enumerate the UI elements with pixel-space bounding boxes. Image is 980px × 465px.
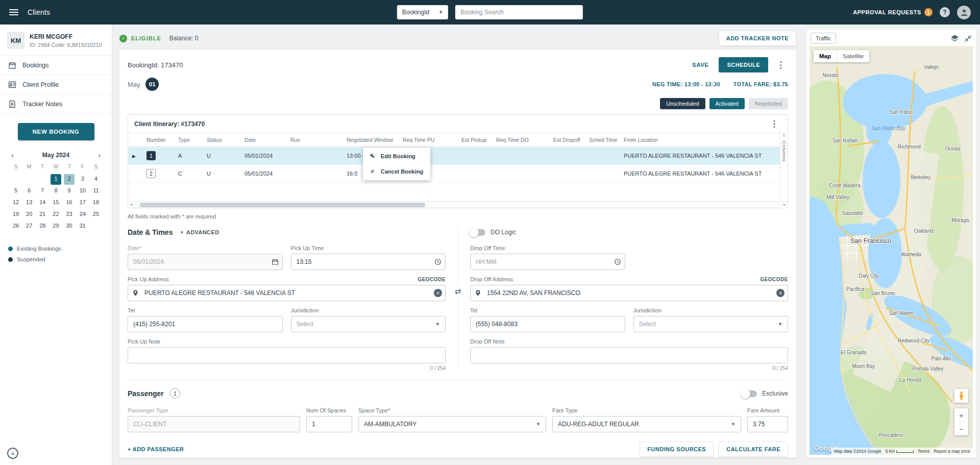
calendar-day-20[interactable]: 20 (24, 209, 35, 220)
sidebar-item-tracker-notes[interactable]: Tracker Notes (0, 94, 112, 114)
clear-pickup-address-icon[interactable]: ✕ (434, 289, 442, 297)
calendar-day-6[interactable]: 6 (24, 186, 35, 197)
calendar-day-2[interactable]: 2 (64, 174, 75, 185)
funding-sources-button[interactable]: FUNDING SOURCES (640, 442, 714, 457)
pickup-note-input[interactable] (128, 347, 446, 363)
calendar-next-icon[interactable]: › (96, 151, 103, 159)
calendar-day-16[interactable]: 16 (64, 198, 75, 208)
zoom-in-button[interactable]: + (954, 408, 968, 422)
calendar-day-24[interactable]: 24 (77, 209, 88, 220)
terms-link[interactable]: Terms (918, 449, 929, 454)
schedule-button[interactable]: SCHEDULE (719, 57, 768, 72)
calendar-day-22[interactable]: 22 (51, 209, 61, 220)
sidebar-collapse-icon[interactable]: « (7, 448, 18, 459)
calendar-day-26[interactable]: 26 (11, 221, 21, 232)
calendar-day-10[interactable]: 10 (77, 186, 88, 197)
horizontal-scrollbar[interactable]: ◂ ▸ (128, 201, 788, 208)
new-booking-button[interactable]: NEW BOOKING (18, 123, 94, 140)
clock-icon[interactable] (434, 258, 442, 265)
pickup-time-input[interactable] (291, 254, 446, 270)
dropoff-time-input[interactable] (470, 254, 625, 270)
cancel-booking-menu-item[interactable]: × Cancel Booking (363, 164, 430, 179)
scrollbar-thumb[interactable] (140, 203, 426, 207)
column-header-date[interactable]: Date (240, 133, 286, 147)
map-canvas[interactable]: NovatoVallejoSan PabloSan Pablo BaySan R… (810, 46, 973, 455)
date-input[interactable] (128, 254, 283, 270)
calendar-prev-icon[interactable]: ‹ (9, 151, 16, 159)
sidebar-item-client-profile[interactable]: Client Profile (0, 75, 112, 94)
sidebar-item-bookings[interactable]: Bookings (0, 56, 112, 75)
pickup-geocode-button[interactable]: GEOCODE (418, 277, 446, 282)
calendar-day-7[interactable]: 7 (37, 186, 48, 197)
calendar-day-29[interactable]: 29 (51, 221, 61, 232)
column-header-req-time-do[interactable]: Req Time DO (492, 133, 549, 147)
pegman-icon[interactable] (954, 389, 968, 403)
pickup-address-input[interactable] (128, 285, 446, 301)
advanced-toggle[interactable]: ▼ ADVANCED (180, 229, 219, 235)
num-spaces-input[interactable] (306, 416, 352, 432)
collapse-map-icon[interactable] (964, 35, 972, 42)
pickup-jurisdiction-select[interactable]: Select ▼ (291, 316, 446, 332)
approval-requests-button[interactable]: APPROVAL REQUESTS 1 (853, 8, 933, 16)
traffic-button[interactable]: Traffic (811, 33, 836, 44)
calculate-fare-button[interactable]: CALCULATE FARE (719, 442, 788, 457)
user-avatar[interactable] (957, 6, 971, 19)
calendar-day-13[interactable]: 13 (24, 198, 35, 208)
column-header-sched-time[interactable]: Sched Time (585, 133, 620, 147)
add-passenger-button[interactable]: + ADD PASSENGER (128, 446, 184, 452)
itinerary-row[interactable]: ▶1AU05/01/202413:00 - 13:3013:15PUERTO A… (128, 147, 788, 165)
column-header-from-location[interactable]: From Location (620, 133, 788, 147)
calendar-day-3[interactable]: 3 (77, 174, 88, 185)
dropoff-geocode-button[interactable]: GEOCODE (760, 277, 788, 282)
calendar-day-8[interactable]: 8 (51, 186, 61, 197)
calendar-day-25[interactable]: 25 (90, 209, 101, 220)
calendar-day-4[interactable]: 4 (90, 174, 101, 185)
calendar-day-14[interactable]: 14 (37, 198, 48, 208)
columns-panel-toggle[interactable]: ⠿ Columns (780, 130, 788, 201)
layers-icon[interactable] (950, 34, 959, 43)
itinerary-row[interactable]: 2CU05/01/202416:0PUERTO ALEGRE RESTAURAN… (128, 165, 788, 183)
do-logic-toggle[interactable] (470, 229, 485, 236)
dropoff-jurisdiction-select[interactable]: Select ▼ (633, 316, 789, 332)
calendar-day-1[interactable]: 1 (51, 174, 61, 185)
calendar-day-12[interactable]: 12 (11, 198, 21, 208)
column-header-type[interactable]: Type (174, 133, 203, 147)
map-view-button[interactable]: Map (814, 50, 837, 62)
report-error-link[interactable]: Report a map error (934, 449, 970, 454)
calendar-day-18[interactable]: 18 (90, 198, 101, 208)
booking-search-input[interactable] (455, 5, 583, 19)
dropoff-tel-input[interactable] (470, 316, 625, 332)
booking-kebab-icon[interactable]: ⋮ (773, 60, 788, 70)
column-header-status[interactable]: Status (203, 133, 240, 147)
exclusive-toggle[interactable] (742, 390, 757, 397)
row-expander-icon[interactable]: ▶ (132, 154, 136, 159)
passenger-type-input[interactable] (128, 416, 300, 432)
save-button[interactable]: SAVE (687, 57, 714, 72)
menu-icon[interactable] (9, 9, 18, 15)
fare-type-select[interactable]: ADU-REG-ADULT REGULAR ▼ (552, 416, 741, 432)
pickup-tel-input[interactable] (128, 316, 283, 332)
satellite-view-button[interactable]: Satellite (837, 50, 869, 62)
fare-amount-input[interactable] (747, 416, 788, 432)
calendar-day-21[interactable]: 21 (37, 209, 48, 220)
edit-booking-menu-item[interactable]: ✎ Edit Booking (363, 149, 430, 164)
zoom-out-button[interactable]: − (954, 422, 968, 435)
search-category-dropdown[interactable]: BookingId ▼ (397, 5, 448, 19)
itinerary-kebab-icon[interactable]: ⋮ (767, 118, 781, 129)
scroll-right-icon[interactable]: ▸ (782, 203, 787, 207)
calendar-day-5[interactable]: 5 (11, 186, 21, 197)
calendar-day-9[interactable]: 9 (64, 186, 75, 197)
scroll-left-icon[interactable]: ◂ (129, 203, 133, 207)
calendar-day-30[interactable]: 30 (64, 221, 75, 232)
calendar-day-23[interactable]: 23 (64, 209, 75, 220)
calendar-day-27[interactable]: 27 (24, 221, 35, 232)
column-header-est-dropoff[interactable]: Est Dropoff (549, 133, 585, 147)
calendar-day-15[interactable]: 15 (51, 198, 61, 208)
help-icon[interactable]: ? (940, 7, 950, 17)
calendar-day-19[interactable]: 19 (11, 209, 21, 220)
column-header-negotiated-window[interactable]: Negotiated Window (342, 133, 399, 147)
column-header-req-time-pu[interactable]: Req Time PU (399, 133, 457, 147)
calendar-picker-icon[interactable] (272, 258, 279, 265)
dropoff-note-input[interactable] (470, 347, 788, 363)
clock-icon[interactable] (614, 258, 621, 265)
